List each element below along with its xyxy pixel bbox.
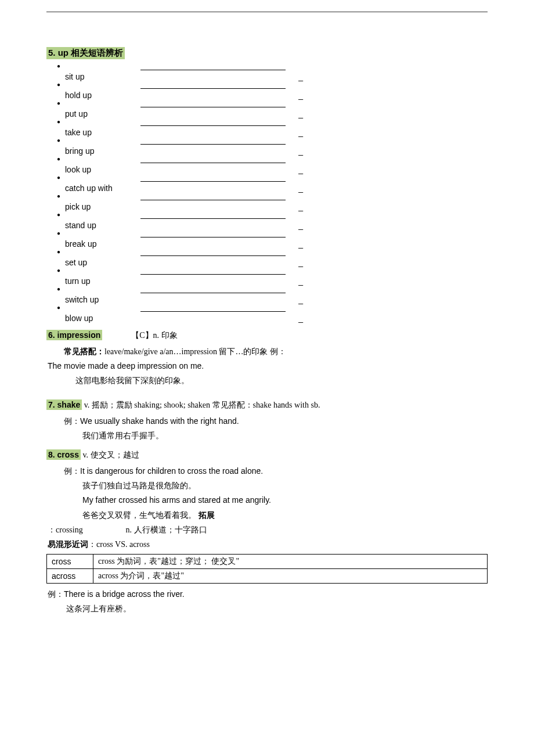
blank-tail: _ <box>298 91 303 100</box>
blank-line <box>140 100 286 109</box>
blank-line <box>140 230 286 239</box>
section-5-title: 5. up 相关短语辨析 <box>46 47 125 59</box>
table-row: cross cross 为励词，表"越过；穿过； 使交叉" <box>47 555 488 569</box>
blank-line <box>140 63 286 72</box>
cell-across: across <box>47 569 93 584</box>
up-item: ●hold up_ <box>57 81 488 100</box>
s8-ext-line: ：crossing <box>48 525 83 534</box>
up-term: set up <box>65 258 87 267</box>
blank-tail: _ <box>298 221 303 230</box>
s7-example-cn: 我们通常用右手握手。 <box>82 431 164 440</box>
blank-tail: _ <box>298 295 303 304</box>
table-row: across across 为介词，表"越过" <box>47 569 488 584</box>
up-item: ●bring up_ <box>57 137 488 156</box>
up-term: blow up <box>65 314 93 323</box>
s8-ex1-en: It is dangerous for children to cross th… <box>80 466 263 476</box>
s8-ex2-en: My father crossed his arms and stared at… <box>82 495 271 505</box>
blank-line <box>140 249 286 258</box>
blank-line <box>140 118 286 128</box>
blank-line <box>140 286 286 295</box>
bullet-icon: ● <box>57 286 65 292</box>
s8-ext-def: n. 人行横道；十字路口 <box>126 525 207 534</box>
bullet-icon: ● <box>57 230 65 236</box>
compare-table: cross cross 为励词，表"越过；穿过； 使交叉" across acr… <box>46 554 488 584</box>
up-term: take up <box>65 128 92 137</box>
bullet-icon: ● <box>57 211 65 218</box>
up-item: ●switch up_ <box>57 286 488 304</box>
section-5: 5. up 相关短语辨析 ●sit up_●hold up_●put up_●t… <box>46 47 488 323</box>
up-item: ●take up_ <box>57 118 488 137</box>
bullet-icon: ● <box>57 193 65 199</box>
blank-tail: _ <box>298 258 303 267</box>
up-term: bring up <box>65 146 95 156</box>
blank-tail: _ <box>298 146 303 156</box>
bullet-icon: ● <box>57 63 65 69</box>
up-item: ●put up_ <box>57 100 488 118</box>
section-7-heading: 7. shake <box>46 399 82 410</box>
blank-tail: _ <box>298 72 303 81</box>
s8-confuse-text: ：cross VS. across <box>88 540 150 549</box>
up-term: switch up <box>65 295 99 304</box>
blank-line <box>140 193 286 202</box>
section-7-pos: v. 摇励；震励 shaking; shook; shaken 常见搭配：sha… <box>82 401 320 409</box>
s8-ex1-cn: 孩子们独自过马路是很危险的。 <box>82 481 196 490</box>
section-6-pos: 【C】n. 印象 <box>131 330 177 341</box>
section-7: 7. shake v. 摇励；震励 shaking; shook; shaken… <box>46 400 488 443</box>
up-term: put up <box>65 109 88 118</box>
up-term: stand up <box>65 221 96 230</box>
s8-tail-cn: 这条河上有座桥。 <box>66 604 131 613</box>
blank-tail: _ <box>298 109 303 118</box>
up-item: ●stand up_ <box>57 211 488 230</box>
cell-cross: cross <box>47 555 93 569</box>
blank-line <box>140 137 286 146</box>
section-6-heading: 6. impression <box>46 330 102 340</box>
bullet-icon: ● <box>57 174 65 181</box>
blank-line <box>140 304 286 314</box>
s8-tail-label: 例： <box>48 590 64 599</box>
blank-tail: _ <box>298 276 303 286</box>
s6-example-en: The movie made a deep impression on me. <box>48 361 204 370</box>
bullet-icon: ● <box>57 118 65 125</box>
up-item: ●pick up_ <box>57 193 488 211</box>
bullet-icon: ● <box>57 267 65 273</box>
blank-tail: _ <box>298 202 303 211</box>
blank-tail: _ <box>298 314 303 323</box>
bullet-icon: ● <box>57 100 65 106</box>
blank-line <box>140 211 286 221</box>
cell-cross-def: cross 为励词，表"越过；穿过； 使交叉" <box>93 555 488 569</box>
s7-example-en: We usually shake hands with the right ha… <box>80 416 239 426</box>
collocation-label: 常见搭配： <box>64 347 104 356</box>
up-term: catch up with <box>65 183 113 193</box>
section-8-heading: 8. cross <box>46 449 81 460</box>
blank-tail: _ <box>298 183 303 193</box>
up-item: ●turn up_ <box>57 267 488 286</box>
up-term: turn up <box>65 276 91 286</box>
up-term: look up <box>65 165 91 174</box>
s7-example-label: 例： <box>64 417 80 426</box>
bullet-icon: ● <box>57 81 65 88</box>
up-phrase-list: ●sit up_●hold up_●put up_●take up_●bring… <box>57 63 488 323</box>
blank-line <box>140 174 286 183</box>
up-item: ●catch up with_ <box>57 174 488 193</box>
collocation-text: leave/make/give a/an…impression 留下…的印象 例… <box>104 347 286 356</box>
s8-example-label: 例： <box>64 467 80 476</box>
blank-line <box>140 267 286 276</box>
bullet-icon: ● <box>57 137 65 143</box>
page-top-rule <box>46 12 488 12</box>
up-term: sit up <box>65 72 84 81</box>
blank-tail: _ <box>298 128 303 137</box>
section-6: 6. impression 【C】n. 印象 常见搭配：leave/make/g… <box>46 330 488 388</box>
s6-example-cn: 这部电影给我留下深刻的印象。 <box>75 376 189 385</box>
blank-line <box>140 156 286 165</box>
s8-confuse-label: 易混形近词 <box>48 540 88 549</box>
up-term: hold up <box>65 91 92 100</box>
up-term: break up <box>65 239 96 249</box>
up-item: ●look up_ <box>57 156 488 174</box>
bullet-icon: ● <box>57 249 65 255</box>
section-8-pos: v. 使交叉；越过 <box>81 451 139 459</box>
up-item: ●sit up_ <box>57 63 488 81</box>
up-item: ●break up_ <box>57 230 488 249</box>
blank-line <box>140 81 286 91</box>
blank-tail: _ <box>298 239 303 249</box>
up-term: pick up <box>65 202 91 211</box>
